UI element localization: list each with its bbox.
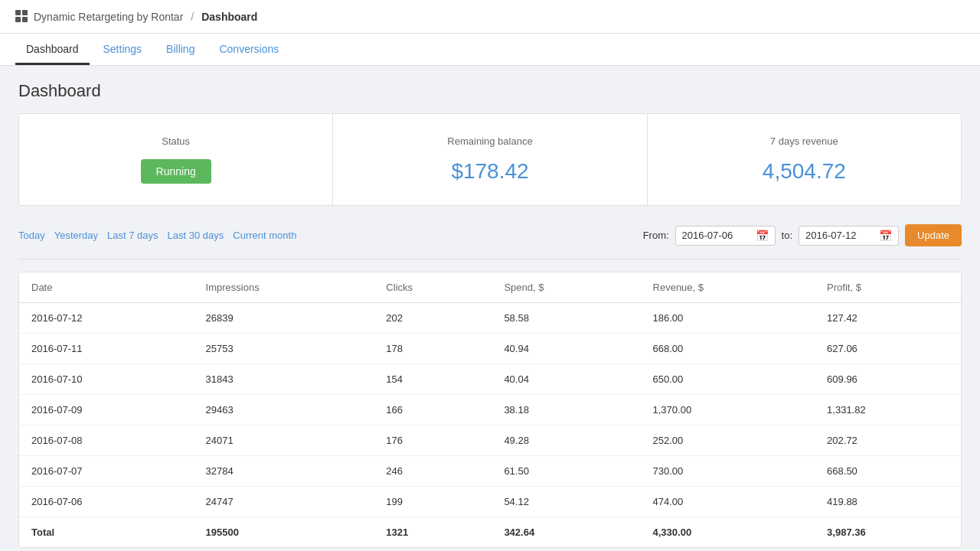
from-date-input[interactable]	[682, 230, 751, 241]
cell-spend: 61.50	[492, 456, 640, 487]
cell-clicks: 202	[374, 303, 492, 334]
tab-billing[interactable]: Billing	[155, 35, 205, 65]
table-row: 2016-07-062474719954.12474.00419.88	[19, 487, 961, 517]
app-name: Dynamic Retargeting by Rontar	[34, 11, 183, 23]
cell-date: 2016-07-08	[19, 425, 194, 456]
tab-settings[interactable]: Settings	[93, 35, 153, 65]
svg-rect-0	[15, 10, 21, 15]
cell-spend: 40.94	[492, 334, 640, 364]
filter-last7days[interactable]: Last 7 days	[107, 230, 158, 241]
cell-revenue: 1,370.00	[641, 395, 815, 425]
cell-date: 2016-07-06	[19, 487, 194, 517]
col-profit: Profit, $	[815, 272, 961, 303]
breadcrumb: Dynamic Retargeting by Rontar / Dashboar…	[15, 10, 257, 24]
cell-clicks: 166	[374, 395, 492, 425]
filter-row: Today Yesterday Last 7 days Last 30 days…	[18, 224, 962, 246]
total-cell-1: 195500	[194, 517, 374, 548]
table-row: 2016-07-092946316638.181,370.001,331.82	[19, 395, 961, 425]
page-header: Dashboard	[0, 66, 980, 113]
divider	[18, 259, 962, 259]
cell-spend: 54.12	[492, 487, 640, 517]
cell-impressions: 29463	[194, 395, 374, 425]
stat-revenue-value: 4,504.72	[666, 159, 942, 184]
tab-dashboard[interactable]: Dashboard	[15, 35, 90, 65]
stat-status-label: Status	[38, 135, 314, 147]
cell-clicks: 246	[374, 456, 492, 487]
total-cell-2: 1321	[374, 517, 492, 548]
cell-spend: 40.04	[492, 364, 640, 395]
cell-date: 2016-07-11	[19, 334, 194, 364]
table-header-row: Date Impressions Clicks Spend, $ Revenue…	[19, 272, 961, 303]
cell-impressions: 32784	[194, 456, 374, 487]
svg-rect-1	[22, 10, 28, 15]
stat-revenue: 7 days revenue 4,504.72	[648, 114, 961, 205]
cell-profit: 127.42	[815, 303, 961, 334]
stats-row: Status Running Remaining balance $178.42…	[18, 113, 962, 206]
cell-date: 2016-07-10	[19, 364, 194, 395]
table-row: 2016-07-122683920258.58186.00127.42	[19, 303, 961, 334]
table-header: Date Impressions Clicks Spend, $ Revenue…	[19, 272, 961, 303]
cell-profit: 668.50	[815, 456, 961, 487]
cell-spend: 38.18	[492, 395, 640, 425]
stat-status-value: Running	[38, 159, 314, 184]
cell-date: 2016-07-07	[19, 456, 194, 487]
cell-date: 2016-07-12	[19, 303, 194, 334]
total-cell-0: Total	[19, 517, 194, 548]
from-label: From:	[643, 230, 669, 241]
stat-balance-label: Remaining balance	[351, 135, 628, 147]
to-date-wrapper: 📅	[799, 226, 899, 246]
cell-spend: 49.28	[492, 425, 640, 456]
to-calendar-icon[interactable]: 📅	[879, 230, 892, 242]
col-impressions: Impressions	[194, 272, 374, 303]
table-row: 2016-07-082407117649.28252.00202.72	[19, 425, 961, 456]
topbar: Dynamic Retargeting by Rontar / Dashboar…	[0, 0, 980, 34]
cell-profit: 419.88	[815, 487, 961, 517]
cell-clicks: 154	[374, 364, 492, 395]
table-container: Date Impressions Clicks Spend, $ Revenue…	[18, 272, 962, 548]
app-icon	[15, 10, 29, 24]
update-button[interactable]: Update	[905, 224, 962, 246]
table-total-row: Total1955001321342.644,330.003,987.36	[19, 517, 961, 548]
total-cell-4: 4,330.00	[641, 517, 815, 548]
page-title: Dashboard	[18, 81, 962, 101]
stat-balance: Remaining balance $178.42	[333, 114, 647, 205]
svg-rect-3	[22, 17, 28, 22]
cell-revenue: 668.00	[641, 334, 815, 364]
cell-impressions: 26839	[194, 303, 374, 334]
cell-revenue: 474.00	[641, 487, 815, 517]
stat-balance-value: $178.42	[351, 159, 628, 184]
stat-status: Status Running	[19, 114, 333, 205]
filter-currentmonth[interactable]: Current month	[233, 230, 296, 241]
table-row: 2016-07-112575317840.94668.00627.06	[19, 334, 961, 364]
running-badge: Running	[141, 159, 211, 184]
cell-revenue: 186.00	[641, 303, 815, 334]
filter-last30days[interactable]: Last 30 days	[168, 230, 224, 241]
to-date-input[interactable]	[805, 230, 874, 241]
to-label: to:	[782, 230, 792, 241]
tab-conversions[interactable]: Conversions	[208, 35, 289, 65]
cell-impressions: 31843	[194, 364, 374, 395]
cell-spend: 58.58	[492, 303, 640, 334]
cell-impressions: 24747	[194, 487, 374, 517]
filter-today[interactable]: Today	[18, 230, 45, 241]
cell-profit: 1,331.82	[815, 395, 961, 425]
cell-clicks: 176	[374, 425, 492, 456]
cell-profit: 627.06	[815, 334, 961, 364]
breadcrumb-current: Dashboard	[201, 11, 257, 23]
breadcrumb-separator: /	[191, 11, 194, 23]
main-content: Status Running Remaining balance $178.42…	[0, 113, 980, 551]
col-clicks: Clicks	[374, 272, 492, 303]
cell-impressions: 25753	[194, 334, 374, 364]
cell-clicks: 178	[374, 334, 492, 364]
table-row: 2016-07-073278424661.50730.00668.50	[19, 456, 961, 487]
total-cell-3: 342.64	[492, 517, 640, 548]
cell-profit: 609.96	[815, 364, 961, 395]
table-row: 2016-07-103184315440.04650.00609.96	[19, 364, 961, 395]
stat-revenue-label: 7 days revenue	[666, 135, 942, 147]
total-cell-5: 3,987.36	[815, 517, 961, 548]
cell-revenue: 650.00	[641, 364, 815, 395]
filter-yesterday[interactable]: Yesterday	[54, 230, 98, 241]
from-calendar-icon[interactable]: 📅	[756, 230, 769, 242]
cell-profit: 202.72	[815, 425, 961, 456]
col-revenue: Revenue, $	[641, 272, 815, 303]
